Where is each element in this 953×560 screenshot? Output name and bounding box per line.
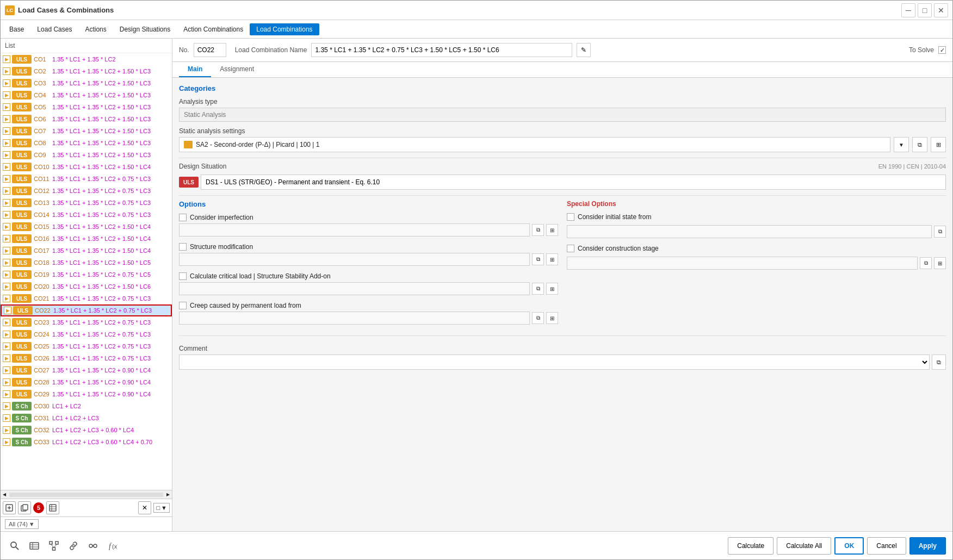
scroll-left-btn[interactable]: ◀: [1, 491, 8, 499]
critical-load-btn1[interactable]: ⧉: [532, 283, 544, 295]
to-solve-checkbox[interactable]: [938, 46, 946, 54]
creep-checkbox[interactable]: [179, 302, 187, 309]
list-container[interactable]: ▶ ULS CO1 1.35 * LC1 + 1.35 * LC2 ▶ ULS …: [1, 53, 172, 490]
creep-btn1[interactable]: ⧉: [532, 312, 544, 324]
list-item[interactable]: ▶ ULS CO22 1.35 * LC1 + 1.35 * LC2 + 0.7…: [1, 304, 172, 316]
list-item[interactable]: ▶ ULS CO28 1.35 * LC1 + 1.35 * LC2 + 0.9…: [1, 376, 172, 388]
scroll-track[interactable]: [9, 493, 163, 497]
list-item[interactable]: ▶ ULS CO25 1.35 * LC1 + 1.35 * LC2 + 0.7…: [1, 340, 172, 352]
scroll-right-btn[interactable]: ▶: [164, 491, 172, 499]
function-icon-btn[interactable]: f(x): [105, 538, 120, 553]
table-icon-btn[interactable]: [27, 538, 42, 553]
structure-mod-btn1[interactable]: ⧉: [532, 253, 544, 265]
copy-item-btn[interactable]: [18, 501, 31, 514]
list-item[interactable]: ▶ ULS CO8 1.35 * LC1 + 1.35 * LC2 + 1.50…: [1, 137, 172, 149]
no-input[interactable]: [194, 43, 226, 57]
list-item[interactable]: ▶ ULS CO19 1.35 * LC1 + 1.35 * LC2 + 0.7…: [1, 269, 172, 281]
analysis-type-input[interactable]: [179, 108, 946, 122]
list-item[interactable]: ▶ ULS CO23 1.35 * LC1 + 1.35 * LC2 + 0.7…: [1, 316, 172, 328]
maximize-button[interactable]: □: [918, 3, 932, 17]
ok-button[interactable]: OK: [834, 537, 864, 555]
creep-input[interactable]: [179, 312, 530, 325]
list-item[interactable]: ▶ ULS CO3 1.35 * LC1 + 1.35 * LC2 + 1.50…: [1, 77, 172, 89]
list-item[interactable]: ▶ ULS CO20 1.35 * LC1 + 1.35 * LC2 + 1.5…: [1, 281, 172, 293]
imperfection-input[interactable]: [179, 223, 530, 237]
tab-main[interactable]: Main: [179, 62, 211, 77]
construction-btn2[interactable]: ⊞: [934, 257, 946, 269]
list-item[interactable]: ▶ ULS CO14 1.35 * LC1 + 1.35 * LC2 + 0.7…: [1, 209, 172, 221]
list-item[interactable]: ▶ ULS CO27 1.35 * LC1 + 1.35 * LC2 + 0.9…: [1, 364, 172, 376]
list-item[interactable]: ▶ S Ch CO30 LC1 + LC2: [1, 400, 172, 412]
notification-badge[interactable]: 5: [33, 502, 44, 513]
list-item[interactable]: ▶ ULS CO21 1.35 * LC1 + 1.35 * LC2 + 0.7…: [1, 293, 172, 304]
list-item[interactable]: ▶ S Ch CO31 LC1 + LC2 + LC3: [1, 412, 172, 424]
imperfection-btn2[interactable]: ⊞: [546, 224, 558, 236]
critical-load-input[interactable]: [179, 282, 530, 295]
comment-select[interactable]: [179, 354, 930, 370]
structure-mod-checkbox[interactable]: [179, 243, 187, 251]
creep-btn2[interactable]: ⊞: [546, 312, 558, 324]
menu-actions[interactable]: Actions: [78, 23, 113, 35]
static-analysis-input[interactable]: SA2 - Second-order (P-Δ) | Picard | 100 …: [179, 137, 890, 152]
initial-state-btn1[interactable]: ⧉: [934, 226, 946, 238]
chain-icon-btn[interactable]: [85, 538, 101, 553]
initial-state-checkbox[interactable]: [567, 213, 574, 221]
list-item[interactable]: ▶ ULS CO18 1.35 * LC1 + 1.35 * LC2 + 1.5…: [1, 257, 172, 269]
comment-copy-btn[interactable]: ⧉: [932, 354, 946, 370]
imperfection-btn1[interactable]: ⧉: [532, 224, 544, 236]
menu-design-situations[interactable]: Design Situations: [113, 23, 177, 35]
sa-copy-btn2[interactable]: ⊞: [931, 137, 946, 152]
list-item[interactable]: ▶ ULS CO10 1.35 * LC1 + 1.35 * LC2 + 1.5…: [1, 161, 172, 173]
list-item[interactable]: ▶ ULS CO29 1.35 * LC1 + 1.35 * LC2 + 0.9…: [1, 388, 172, 400]
delete-item-btn[interactable]: ✕: [138, 501, 151, 514]
link-icon-btn[interactable]: [66, 538, 81, 553]
name-edit-btn[interactable]: ✎: [577, 43, 591, 57]
table-view-btn[interactable]: [46, 501, 59, 514]
menu-load-cases[interactable]: Load Cases: [30, 23, 78, 35]
initial-state-input[interactable]: [567, 225, 932, 238]
sa-dropdown-btn[interactable]: ▼: [894, 137, 909, 152]
critical-load-btn2[interactable]: ⊞: [546, 283, 558, 295]
filter-dropdown[interactable]: All (74) ▼: [5, 519, 39, 529]
apply-button[interactable]: Apply: [909, 537, 946, 555]
horizontal-scrollbar[interactable]: ◀ ▶: [1, 490, 172, 499]
construction-btn1[interactable]: ⧉: [920, 257, 932, 269]
structure-mod-btn2[interactable]: ⊞: [546, 253, 558, 265]
structure-icon-btn[interactable]: [46, 538, 61, 553]
name-input[interactable]: [311, 43, 572, 57]
new-item-btn[interactable]: [3, 501, 16, 514]
menu-load-combinations[interactable]: Load Combinations: [250, 23, 319, 35]
menu-action-combinations[interactable]: Action Combinations: [177, 23, 250, 35]
list-item[interactable]: ▶ ULS CO16 1.35 * LC1 + 1.35 * LC2 + 1.5…: [1, 233, 172, 245]
list-item[interactable]: ▶ ULS CO6 1.35 * LC1 + 1.35 * LC2 + 1.50…: [1, 113, 172, 125]
list-item[interactable]: ▶ ULS CO15 1.35 * LC1 + 1.35 * LC2 + 1.5…: [1, 221, 172, 233]
list-item[interactable]: ▶ ULS CO1 1.35 * LC1 + 1.35 * LC2: [1, 53, 172, 65]
ds-input[interactable]: [201, 175, 946, 190]
list-item[interactable]: ▶ ULS CO7 1.35 * LC1 + 1.35 * LC2 + 1.50…: [1, 125, 172, 137]
list-item[interactable]: ▶ ULS CO12 1.35 * LC1 + 1.35 * LC2 + 0.7…: [1, 185, 172, 197]
list-item[interactable]: ▶ ULS CO5 1.35 * LC1 + 1.35 * LC2 + 1.50…: [1, 101, 172, 113]
list-item[interactable]: ▶ S Ch CO32 LC1 + LC2 + LC3 + 0.60 * LC4: [1, 424, 172, 436]
search-icon-btn[interactable]: [7, 538, 22, 553]
critical-load-checkbox[interactable]: [179, 272, 187, 280]
view-select[interactable]: □▼: [153, 503, 170, 513]
tab-assignment[interactable]: Assignment: [211, 62, 263, 77]
list-item[interactable]: ▶ ULS CO11 1.35 * LC1 + 1.35 * LC2 + 0.7…: [1, 173, 172, 185]
close-button[interactable]: ✕: [934, 3, 948, 17]
calculate-button[interactable]: Calculate: [728, 537, 773, 555]
structure-mod-input[interactable]: [179, 253, 530, 266]
construction-checkbox[interactable]: [567, 245, 574, 252]
minimize-button[interactable]: ─: [901, 3, 915, 17]
list-item[interactable]: ▶ ULS CO2 1.35 * LC1 + 1.35 * LC2 + 1.50…: [1, 65, 172, 77]
cancel-button[interactable]: Cancel: [867, 537, 906, 555]
list-item[interactable]: ▶ ULS CO9 1.35 * LC1 + 1.35 * LC2 + 1.50…: [1, 149, 172, 161]
sa-copy-btn1[interactable]: ⧉: [912, 137, 927, 152]
list-item[interactable]: ▶ ULS CO4 1.35 * LC1 + 1.35 * LC2 + 1.50…: [1, 89, 172, 101]
list-item[interactable]: ▶ ULS CO26 1.35 * LC1 + 1.35 * LC2 + 0.7…: [1, 352, 172, 364]
calculate-all-button[interactable]: Calculate All: [777, 537, 831, 555]
list-item[interactable]: ▶ ULS CO13 1.35 * LC1 + 1.35 * LC2 + 0.7…: [1, 197, 172, 209]
list-item[interactable]: ▶ ULS CO24 1.35 * LC1 + 1.35 * LC2 + 0.7…: [1, 328, 172, 340]
construction-input[interactable]: [567, 257, 918, 270]
menu-base[interactable]: Base: [3, 23, 30, 35]
list-item[interactable]: ▶ S Ch CO33 LC1 + LC2 + LC3 + 0.60 * LC4…: [1, 436, 172, 448]
